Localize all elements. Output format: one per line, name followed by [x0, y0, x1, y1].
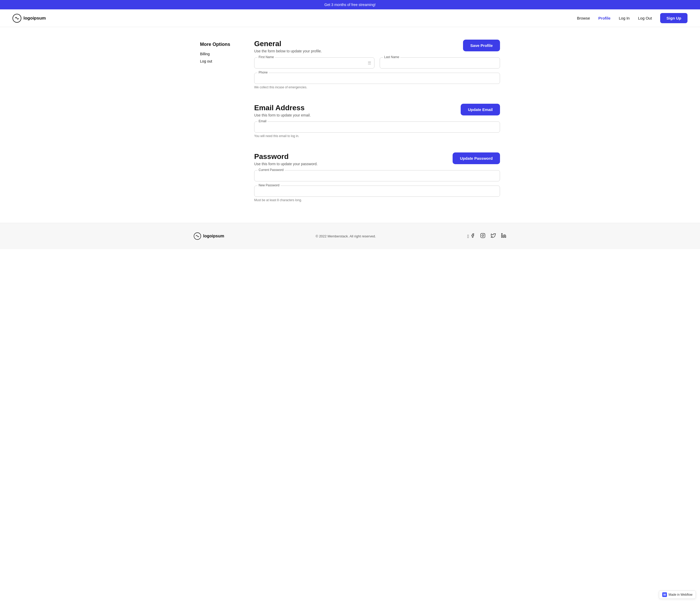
footer-socials: : [467, 233, 506, 240]
instagram-icon[interactable]: [480, 233, 485, 240]
footer-copyright: © 2022 Memberstack. All right reserved.: [316, 234, 376, 238]
email-wrapper: Email: [254, 121, 500, 132]
current-password-input[interactable]: [258, 173, 496, 179]
new-password-input[interactable]: [258, 188, 496, 194]
password-title: Password: [254, 152, 318, 161]
general-section-header: General Use the form below to update you…: [254, 40, 500, 53]
sidebar-item-billing[interactable]: Billing: [200, 52, 242, 56]
linkedin-icon[interactable]: [501, 233, 506, 240]
field-icon: ☰: [368, 61, 371, 66]
phone-input[interactable]: [258, 76, 496, 81]
nav-links: Browse Profile Log In Log Out Sign Up: [577, 13, 688, 23]
footer-logo-icon: [194, 233, 201, 240]
footer: logoipsum © 2022 Memberstack. All right …: [0, 223, 700, 249]
password-section: Password Use this form to update your pa…: [254, 152, 500, 202]
new-password-wrapper: New Password: [254, 186, 500, 197]
last-name-group: Last Name: [380, 57, 500, 69]
logo: logoipsum: [12, 14, 46, 23]
nav-login[interactable]: Log In: [619, 16, 630, 20]
first-name-wrapper: First Name ☰: [254, 57, 374, 69]
general-subtitle: Use the form below to update your profil…: [254, 49, 322, 53]
email-subtitle: Use this form to update your email.: [254, 113, 311, 117]
first-name-input[interactable]: [258, 60, 371, 66]
footer-logo: logoipsum: [194, 233, 224, 240]
email-section-header: Email Address Use this form to update yo…: [254, 104, 500, 117]
svg-rect-2: [481, 233, 485, 238]
general-title: General: [254, 40, 322, 48]
svg-point-4: [484, 234, 484, 235]
sidebar-item-logout[interactable]: Log out: [200, 59, 242, 63]
update-email-button[interactable]: Update Email: [461, 104, 500, 116]
sidebar-title: More Options: [200, 42, 242, 47]
email-hint: You will need this email to log in.: [254, 134, 500, 138]
svg-point-5: [502, 233, 502, 234]
last-name-input[interactable]: [383, 60, 496, 66]
page-body: More Options Billing Log out General Use…: [194, 27, 506, 223]
new-password-group: New Password Must be at least 8 characte…: [254, 186, 500, 202]
new-password-hint: Must be at least 8 characters long.: [254, 198, 500, 202]
first-name-label: First Name: [257, 55, 275, 59]
email-input[interactable]: [258, 124, 496, 130]
email-group: Email You will need this email to log in…: [254, 121, 500, 138]
nav-profile[interactable]: Profile: [598, 16, 611, 20]
phone-wrapper: Phone: [254, 73, 500, 84]
navbar: logoipsum Browse Profile Log In Log Out …: [0, 9, 700, 27]
email-label: Email: [257, 119, 268, 123]
phone-label: Phone: [257, 71, 269, 74]
new-password-label: New Password: [257, 184, 280, 187]
current-password-label: Current Password: [257, 168, 285, 172]
main-content: General Use the form below to update you…: [254, 40, 500, 202]
name-row: First Name ☰ Last Name: [254, 57, 500, 69]
svg-point-3: [482, 235, 484, 236]
facebook-icon[interactable]: : [467, 233, 475, 239]
current-password-group: Current Password: [254, 170, 500, 182]
password-subtitle: Use this form to update your password.: [254, 162, 318, 166]
footer-inner: logoipsum © 2022 Memberstack. All right …: [194, 233, 506, 240]
phone-hint: We collect this incase of emergencies.: [254, 86, 500, 89]
sidebar: More Options Billing Log out: [200, 40, 242, 202]
phone-group: Phone We collect this incase of emergenc…: [254, 73, 500, 89]
update-password-button[interactable]: Update Password: [453, 152, 500, 164]
password-section-header: Password Use this form to update your pa…: [254, 152, 500, 166]
email-title: Email Address: [254, 104, 311, 112]
last-name-wrapper: Last Name: [380, 57, 500, 69]
nav-browse[interactable]: Browse: [577, 16, 590, 20]
first-name-group: First Name ☰: [254, 57, 374, 69]
nav-logout[interactable]: Log Out: [638, 16, 652, 20]
current-password-wrapper: Current Password: [254, 170, 500, 182]
top-banner: Get 3 months of free streaming!: [0, 0, 700, 9]
twitter-icon[interactable]: [491, 233, 496, 240]
save-profile-button[interactable]: Save Profile: [463, 40, 500, 51]
signup-button[interactable]: Sign Up: [660, 13, 688, 23]
logo-icon: [12, 14, 21, 23]
email-section: Email Address Use this form to update yo…: [254, 104, 500, 138]
last-name-label: Last Name: [383, 55, 400, 59]
general-section: General Use the form below to update you…: [254, 40, 500, 89]
